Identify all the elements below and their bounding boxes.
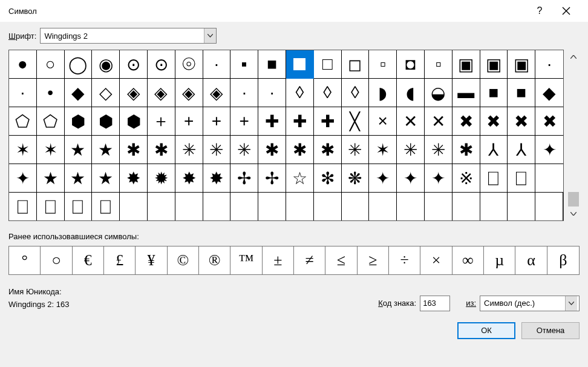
symbol-cell[interactable]: ※ — [452, 164, 480, 193]
symbol-cell[interactable]: ▫ — [369, 50, 397, 79]
symbol-cell[interactable]: ★ — [65, 164, 93, 193]
symbol-cell[interactable] — [286, 193, 314, 220]
symbol-cell[interactable]: ◻ — [342, 50, 370, 79]
recent-symbol-cell[interactable]: ™ — [230, 246, 262, 274]
symbol-cell[interactable]: ⊙ — [120, 50, 148, 79]
symbol-cell[interactable]: ★ — [92, 136, 120, 164]
symbol-cell[interactable]: ▬ — [452, 79, 480, 107]
symbol-cell[interactable]: ⎕ — [65, 193, 93, 220]
symbol-cell[interactable]: ◆ — [535, 79, 563, 107]
symbol-cell[interactable]: ☆ — [286, 164, 314, 193]
symbol-cell[interactable]: ▣ — [508, 50, 535, 79]
recent-symbol-cell[interactable]: ® — [199, 246, 230, 274]
symbol-cell[interactable]: ✳ — [342, 136, 370, 164]
symbol-cell[interactable] — [369, 193, 397, 220]
symbol-cell[interactable]: + — [175, 107, 203, 136]
symbol-cell[interactable]: ✶ — [37, 136, 65, 164]
symbol-cell[interactable]: ▪ — [230, 50, 258, 79]
recent-symbol-cell[interactable]: ± — [263, 246, 294, 274]
recent-symbol-cell[interactable]: β — [547, 246, 579, 274]
symbol-cell[interactable]: ✳ — [425, 136, 452, 164]
symbol-cell[interactable]: ❋ — [342, 164, 370, 193]
symbol-cell[interactable]: ✳ — [203, 136, 231, 164]
symbol-cell[interactable]: ◆ — [65, 79, 93, 107]
symbol-cell[interactable]: ✶ — [9, 136, 37, 164]
symbol-cell[interactable] — [342, 193, 370, 220]
symbol-cell[interactable]: × — [369, 107, 397, 136]
symbol-cell[interactable] — [508, 193, 535, 220]
symbol-cell[interactable]: ⬢ — [120, 107, 148, 136]
symbol-cell[interactable]: ✸ — [203, 164, 231, 193]
symbol-cell[interactable]: ✸ — [175, 164, 203, 193]
symbol-cell[interactable]: ✕ — [397, 107, 425, 136]
symbol-cell[interactable]: ✖ — [535, 107, 563, 136]
symbol-cell[interactable]: ╳ — [342, 107, 370, 136]
symbol-cell[interactable]: ⊙ — [148, 50, 175, 79]
symbol-cell[interactable] — [425, 193, 452, 220]
symbol-grid[interactable]: ●○◯◉⊙⊙⦾·▪■□◻▫◘▫▣▣▣··•◆◇◈◈◈◈··◊◊◊◗◖◒▬■■◆⬠… — [8, 50, 564, 221]
symbol-cell[interactable]: ⅄ — [480, 136, 508, 164]
symbol-cell[interactable]: ◊ — [286, 79, 314, 107]
symbol-cell[interactable]: ⎕ — [37, 193, 65, 220]
symbol-cell[interactable]: ⎕ — [9, 193, 37, 220]
symbol-cell[interactable]: ⎕ — [480, 164, 508, 193]
symbol-cell[interactable]: · — [9, 79, 37, 107]
symbol-cell[interactable]: ■ — [258, 50, 286, 79]
symbol-cell[interactable]: ■ — [480, 79, 508, 107]
symbol-cell[interactable]: ◈ — [148, 79, 175, 107]
symbol-cell[interactable]: ✦ — [397, 164, 425, 193]
recent-symbol-cell[interactable]: ≠ — [294, 246, 325, 274]
recent-symbol-cell[interactable]: × — [420, 246, 452, 274]
from-combobox[interactable] — [480, 296, 580, 311]
symbol-cell[interactable]: ★ — [65, 136, 93, 164]
symbol-cell[interactable]: ✱ — [258, 136, 286, 164]
from-dropdown-button[interactable] — [565, 296, 577, 311]
symbol-cell[interactable]: ＋ — [148, 107, 175, 136]
recent-grid[interactable]: °○€£¥©®™±≠≤≥÷×∞µαβ — [8, 246, 580, 275]
font-combobox[interactable] — [40, 28, 217, 44]
symbol-cell[interactable]: ✚ — [286, 107, 314, 136]
symbol-cell[interactable]: ⎕ — [508, 164, 535, 193]
symbol-cell[interactable] — [314, 193, 342, 220]
recent-symbol-cell[interactable]: α — [515, 246, 547, 274]
recent-symbol-cell[interactable]: ≥ — [358, 246, 389, 274]
symbol-cell[interactable]: ◊ — [342, 79, 370, 107]
symbol-cell[interactable]: ✦ — [535, 136, 563, 164]
symbol-cell[interactable]: ⎕ — [92, 193, 120, 220]
recent-symbol-cell[interactable]: µ — [484, 246, 515, 274]
symbol-cell[interactable]: · — [203, 50, 231, 79]
symbol-cell[interactable]: ✻ — [314, 164, 342, 193]
symbol-cell[interactable] — [452, 193, 480, 220]
symbol-cell[interactable]: + — [203, 107, 231, 136]
symbol-cell[interactable]: ◖ — [397, 79, 425, 107]
symbol-cell[interactable]: ✦ — [425, 164, 452, 193]
symbol-cell[interactable]: □ — [314, 50, 342, 79]
symbol-cell[interactable]: ⅄ — [508, 136, 535, 164]
symbol-cell[interactable]: ◯ — [65, 50, 93, 79]
symbol-cell[interactable]: ✢ — [258, 164, 286, 193]
ok-button[interactable]: ОК — [457, 322, 515, 339]
scroll-down-button[interactable] — [569, 209, 578, 219]
symbol-cell[interactable]: ◈ — [175, 79, 203, 107]
recent-symbol-cell[interactable]: © — [168, 246, 199, 274]
scroll-up-button[interactable] — [569, 52, 578, 62]
symbol-cell[interactable] — [258, 193, 286, 220]
close-button[interactable] — [553, 7, 580, 15]
symbol-cell[interactable]: ⬢ — [92, 107, 120, 136]
symbol-cell[interactable]: ✱ — [120, 136, 148, 164]
grid-scrollbar[interactable] — [567, 50, 580, 221]
symbol-cell[interactable]: ⦾ — [175, 50, 203, 79]
symbol-cell[interactable]: ⬠ — [37, 107, 65, 136]
symbol-cell[interactable]: ● — [9, 50, 37, 79]
symbol-cell[interactable]: ✚ — [258, 107, 286, 136]
symbol-cell[interactable]: ◘ — [397, 50, 425, 79]
symbol-cell[interactable] — [480, 193, 508, 220]
symbol-cell[interactable]: ✕ — [425, 107, 452, 136]
symbol-cell[interactable] — [203, 193, 231, 220]
recent-symbol-cell[interactable]: ° — [9, 246, 41, 274]
symbol-cell[interactable]: ✱ — [148, 136, 175, 164]
symbol-cell[interactable] — [286, 50, 314, 79]
symbol-cell[interactable] — [535, 164, 563, 193]
help-button[interactable]: ? — [526, 5, 553, 16]
recent-symbol-cell[interactable]: ○ — [41, 246, 72, 274]
